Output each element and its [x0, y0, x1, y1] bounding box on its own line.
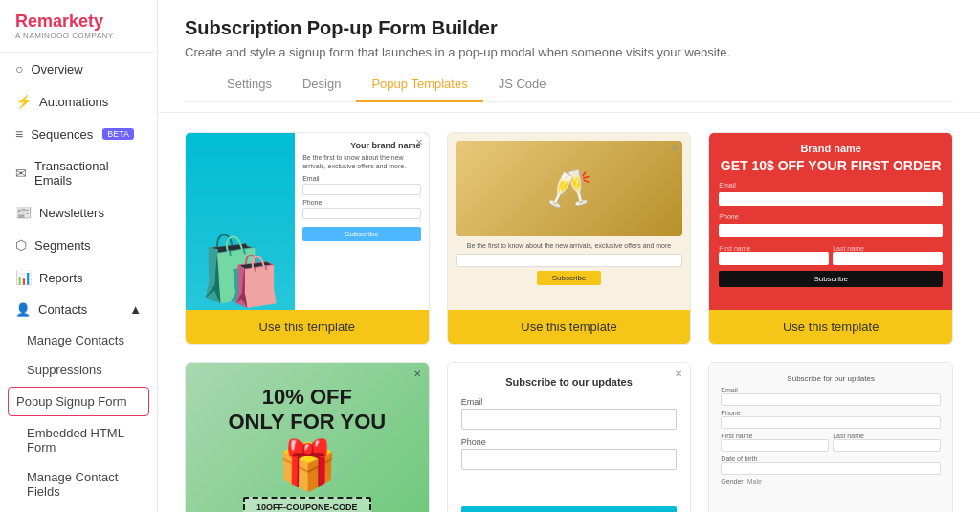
chevron-up-icon: ▲: [129, 302, 142, 317]
sidebar-subitem-manage-contacts[interactable]: Manage Contacts: [0, 325, 157, 355]
template-2-preview: ✕ 🥂 Be the first to know about the new a…: [448, 133, 691, 310]
template-3-lastname-input: [833, 252, 943, 265]
template-2-image: 🥂: [456, 141, 683, 236]
template-6-gender-hint: Male: [747, 479, 762, 485]
templates-area: 🛍️ ✕ Your brand name Be the first to kno…: [158, 113, 980, 512]
template-3-brand: Brand name: [719, 143, 943, 154]
template-6-gender-label: Gender: [721, 479, 743, 485]
page-description: Create and style a signup form that laun…: [185, 45, 953, 59]
template-3-headline: GET 10$ OFF YOUR FIRST ORDER: [719, 158, 943, 174]
sidebar-item-newsletters[interactable]: 📰 Newsletters: [0, 196, 157, 229]
beta-badge: BETA: [102, 128, 134, 140]
template-1-form: ✕ Your brand name Be the first to know a…: [295, 133, 429, 310]
template-4-preview: ✕ 10% OFF ONLY FOR YOU 🎁 10OFF-COUPONE-C…: [186, 363, 429, 512]
template-6-preview: Subscribe for our updates Email Phone Fi…: [709, 363, 952, 512]
template-5-title: Subscribe to our updates: [461, 376, 678, 388]
template-card-2: ✕ 🥂 Be the first to know about the new a…: [447, 132, 692, 345]
template-1-close-icon: ✕: [415, 137, 423, 147]
template-card-3: Brand name GET 10$ OFF YOUR FIRST ORDER …: [708, 132, 953, 345]
sidebar-subitem-manage-contact-fields[interactable]: Manage Contact Fields: [0, 462, 157, 506]
template-2-text: Be the first to know about the new arriv…: [467, 242, 671, 249]
contacts-icon: 👤: [15, 302, 31, 317]
sidebar-subitem-suppressions[interactable]: Suppressions: [0, 355, 157, 385]
template-6-lastname-input: [833, 439, 941, 452]
template-4-close-icon: ✕: [413, 368, 421, 379]
sidebar-subitem-embedded-html-form[interactable]: Embedded HTML Form: [0, 418, 157, 462]
template-6-phone-label: Phone: [721, 410, 941, 416]
template-3-subscribe-button[interactable]: Subscribe: [719, 271, 943, 287]
template-2-email-input[interactable]: [456, 254, 683, 267]
sidebar-item-overview[interactable]: ○ Overview: [0, 53, 157, 85]
template-5-close-icon: ✕: [675, 368, 682, 379]
sidebar: Remarkety A NAMINOOO COMPANY ○ Overview …: [0, 0, 158, 512]
automations-icon: ⚡: [15, 94, 32, 109]
template-6-dob-label: Date of birth: [721, 456, 941, 462]
tab-popup-templates[interactable]: Popup Templates: [356, 67, 482, 102]
sidebar-item-reports[interactable]: 📊 Reports: [0, 261, 157, 294]
template-1-subscribe-button[interactable]: Subscribe: [302, 227, 421, 241]
template-6-title: Subscribe for our updates: [721, 374, 941, 383]
transactional-emails-icon: ✉: [15, 166, 27, 181]
template-card-4: ✕ 10% OFF ONLY FOR YOU 🎁 10OFF-COUPONE-C…: [185, 362, 430, 512]
template-6-firstname-input: [721, 439, 829, 452]
tab-design[interactable]: Design: [287, 67, 356, 102]
template-3-firstname-label: First name: [719, 245, 829, 252]
template-6-lastname-label: Last name: [833, 433, 941, 439]
template-6-email-input: [721, 393, 941, 406]
sidebar-item-transactional-emails[interactable]: ✉ Transactional Emails: [0, 150, 157, 196]
template-6-name-row: First name Last name: [721, 433, 941, 452]
logo-subtitle: A NAMINOOO COMPANY: [15, 32, 142, 40]
template-card-1: 🛍️ ✕ Your brand name Be the first to kno…: [185, 132, 430, 345]
template-6-phone-input: [721, 416, 941, 429]
template-1-phone-label: Phone: [302, 199, 421, 206]
tab-settings[interactable]: Settings: [212, 67, 287, 102]
sidebar-item-sequences[interactable]: ≡ Sequences BETA: [0, 118, 157, 150]
template-4-coupon-code: 10OFF-COUPONE-CODE: [243, 497, 371, 512]
template-3-lastname-label: Last name: [833, 245, 943, 252]
template-1-phone-input: [302, 208, 421, 219]
template-4-offer: 10% OFF ONLY FOR YOU: [229, 385, 387, 434]
template-3-email-input: [719, 192, 943, 206]
sidebar-subitem-popup-signup-form[interactable]: Popup Signup Form: [8, 387, 149, 416]
template-5-preview: ✕ Subscribe to our updates Email Phone S…: [448, 363, 691, 512]
template-3-phone-input: [719, 224, 943, 237]
template-3-phone-label: Phone: [719, 213, 943, 220]
main-content: Subscription Pop-up Form Builder Create …: [158, 0, 980, 512]
sidebar-item-automations[interactable]: ⚡ Automations: [0, 85, 157, 118]
reports-icon: 📊: [15, 270, 32, 285]
templates-grid: 🛍️ ✕ Your brand name Be the first to kno…: [185, 132, 953, 512]
template-card-6: Subscribe for our updates Email Phone Fi…: [708, 362, 953, 512]
logo-area: Remarkety A NAMINOOO COMPANY: [0, 0, 157, 53]
use-template-1-button[interactable]: Use this template: [186, 310, 429, 344]
template-6-dob-input: [721, 462, 941, 475]
template-6-firstname-label: First name: [721, 433, 829, 439]
logo: Remarkety: [15, 11, 142, 32]
newsletters-icon: 📰: [15, 205, 32, 220]
tab-bar: Settings Design Popup Templates JS Code: [185, 67, 953, 102]
template-5-email-label: Email: [461, 397, 678, 407]
template-3-email-label: Email: [719, 182, 943, 189]
segments-icon: ⬡: [15, 237, 27, 253]
page-title: Subscription Pop-up Form Builder: [185, 17, 953, 39]
sidebar-item-segments[interactable]: ⬡ Segments: [0, 229, 157, 261]
tab-js-code[interactable]: JS Code: [483, 67, 562, 102]
template-1-email-input: [302, 184, 421, 195]
sidebar-subitem-uploads-status[interactable]: Uploads Status: [0, 506, 157, 512]
use-template-3-button[interactable]: Use this template: [709, 310, 952, 344]
template-1-image: 🛍️: [186, 133, 295, 310]
sequences-icon: ≡: [15, 126, 23, 142]
template-3-name-row: First name Last name: [719, 245, 943, 265]
template-card-5: ✕ Subscribe to our updates Email Phone S…: [447, 362, 692, 512]
overview-icon: ○: [15, 61, 23, 77]
template-3-firstname-input: [719, 252, 829, 265]
template-5-email-input: [461, 409, 678, 430]
template-6-email-label: Email: [721, 387, 941, 393]
sidebar-item-contacts[interactable]: 👤 Contacts ▲: [0, 294, 157, 325]
template-5-phone-label: Phone: [461, 437, 678, 447]
template-5-phone-input: [461, 449, 678, 470]
template-5-subscribe-button[interactable]: Subscribe: [461, 506, 678, 512]
use-template-2-button[interactable]: Use this template: [448, 310, 691, 344]
template-2-subscribe-button[interactable]: Subscribe: [537, 271, 602, 285]
template-1-email-label: Email: [302, 175, 421, 182]
page-header: Subscription Pop-up Form Builder Create …: [158, 0, 980, 113]
